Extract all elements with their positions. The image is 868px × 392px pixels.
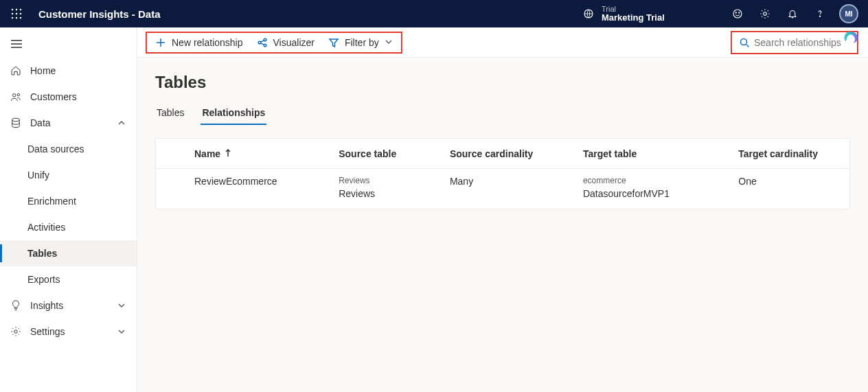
table-row[interactable]: ReviewEcommerce Reviews Reviews Many eco… — [156, 169, 849, 209]
sort-asc-icon — [225, 148, 231, 159]
nav-toggle-icon[interactable] — [0, 30, 33, 58]
highlighted-toolbar-group: New relationship Visualizer Filter by — [146, 32, 402, 54]
page-title: Tables — [155, 73, 850, 92]
column-header-source-cardinality[interactable]: Source cardinality — [450, 148, 583, 159]
column-header-source-table[interactable]: Source table — [339, 148, 450, 159]
sidebar-item-label: Tables — [27, 248, 57, 259]
tab-list: Tables Relationships — [155, 103, 850, 126]
app-title: Customer Insights - Data — [38, 8, 161, 20]
sidebar-item-label: Data sources — [27, 143, 84, 154]
search-box[interactable] — [731, 31, 858, 54]
environment-name: Marketing Trial — [602, 13, 665, 23]
sidebar-item-activities[interactable]: Activities — [0, 214, 137, 240]
filter-icon — [328, 37, 339, 48]
svg-point-22 — [741, 38, 747, 45]
cell-name: ReviewEcommerce — [194, 176, 339, 199]
svg-point-15 — [13, 94, 16, 97]
button-label: New relationship — [172, 37, 243, 48]
svg-point-20 — [264, 38, 266, 41]
sidebar-item-exports[interactable]: Exports — [0, 266, 137, 292]
sidebar-item-label: Enrichment — [27, 196, 76, 207]
app-launcher-icon[interactable] — [5, 3, 27, 25]
relationships-table: Name Source table Source cardinality Tar… — [155, 138, 850, 209]
button-label: Filter by — [345, 37, 379, 48]
plus-icon — [155, 37, 166, 48]
svg-point-17 — [12, 118, 20, 122]
feedback-icon[interactable] — [725, 1, 750, 26]
sidebar-item-label: Unify — [27, 170, 49, 181]
sidebar-item-label: Data — [30, 117, 51, 128]
sidebar-item-label: Exports — [27, 274, 60, 285]
globe-icon — [582, 8, 595, 20]
share-icon — [257, 37, 268, 48]
chevron-down-icon — [117, 327, 127, 336]
button-label: Visualizer — [273, 37, 315, 48]
settings-icon[interactable] — [753, 1, 777, 26]
global-header: Customer Insights - Data Trial Marketing… — [0, 0, 868, 27]
sidebar-item-label: Activities — [27, 222, 65, 233]
sidebar-item-data-sources[interactable]: Data sources — [0, 136, 137, 162]
sidebar-item-tables[interactable]: Tables — [0, 240, 137, 266]
new-relationship-button[interactable]: New relationship — [148, 34, 250, 51]
column-header-target-cardinality[interactable]: Target cardinality — [738, 148, 849, 159]
sidebar-item-label: Home — [30, 65, 56, 76]
chevron-down-icon — [117, 301, 127, 310]
sidebar-item-insights[interactable]: Insights — [0, 292, 137, 319]
sidebar-item-home[interactable]: Home — [0, 58, 137, 84]
filter-by-button[interactable]: Filter by — [321, 34, 400, 51]
tab-relationships[interactable]: Relationships — [201, 103, 266, 125]
notifications-icon[interactable] — [780, 1, 805, 26]
svg-point-13 — [764, 12, 767, 16]
search-icon — [739, 37, 750, 48]
table-header-row: Name Source table Source cardinality Tar… — [156, 139, 849, 169]
svg-point-19 — [258, 41, 261, 44]
svg-point-18 — [14, 330, 18, 334]
sidebar-item-unify[interactable]: Unify — [0, 162, 137, 188]
cell-target-table: ecommerce DatasourceforMVP1 — [583, 176, 738, 199]
svg-point-4 — [16, 13, 18, 15]
chevron-up-icon — [117, 118, 127, 128]
sidebar: Home Customers Data Data sources Unify E… — [0, 27, 137, 392]
svg-point-12 — [739, 12, 740, 13]
svg-point-7 — [16, 17, 18, 19]
svg-point-0 — [12, 9, 14, 11]
command-bar: New relationship Visualizer Filter by — [137, 27, 868, 58]
column-header-target-table[interactable]: Target table — [583, 148, 738, 159]
sidebar-item-label: Settings — [30, 326, 65, 337]
database-icon — [10, 117, 22, 129]
sidebar-item-enrichment[interactable]: Enrichment — [0, 188, 137, 214]
gear-icon — [10, 325, 22, 338]
svg-point-14 — [819, 16, 820, 16]
lightbulb-icon — [10, 299, 22, 312]
svg-point-8 — [20, 17, 22, 19]
svg-point-2 — [20, 9, 22, 11]
svg-point-16 — [17, 93, 19, 95]
environment-picker[interactable]: Trial Marketing Trial — [582, 5, 665, 23]
sidebar-item-label: Insights — [30, 300, 63, 311]
sidebar-item-settings[interactable]: Settings — [0, 319, 137, 345]
svg-point-10 — [733, 10, 742, 18]
help-icon[interactable] — [808, 1, 832, 26]
chevron-down-icon — [385, 37, 393, 48]
main-content: New relationship Visualizer Filter by — [137, 27, 868, 392]
sidebar-item-data[interactable]: Data — [0, 110, 137, 136]
column-header-name[interactable]: Name — [194, 148, 339, 159]
svg-point-11 — [735, 12, 736, 13]
cell-source-table: Reviews Reviews — [339, 176, 450, 199]
cell-target-cardinality: One — [738, 176, 849, 199]
cell-source-cardinality: Many — [450, 176, 583, 199]
people-icon — [10, 91, 22, 103]
svg-point-6 — [12, 17, 14, 19]
copilot-icon[interactable] — [843, 32, 863, 51]
search-input[interactable] — [754, 37, 850, 48]
svg-point-5 — [20, 13, 22, 15]
svg-point-21 — [264, 44, 266, 47]
svg-point-1 — [16, 9, 18, 11]
avatar[interactable]: MI — [839, 4, 858, 23]
home-icon — [10, 65, 22, 77]
visualizer-button[interactable]: Visualizer — [250, 34, 321, 51]
svg-point-3 — [12, 13, 14, 15]
sidebar-item-customers[interactable]: Customers — [0, 84, 137, 110]
tab-tables[interactable]: Tables — [155, 103, 185, 125]
sidebar-item-label: Customers — [30, 91, 77, 102]
